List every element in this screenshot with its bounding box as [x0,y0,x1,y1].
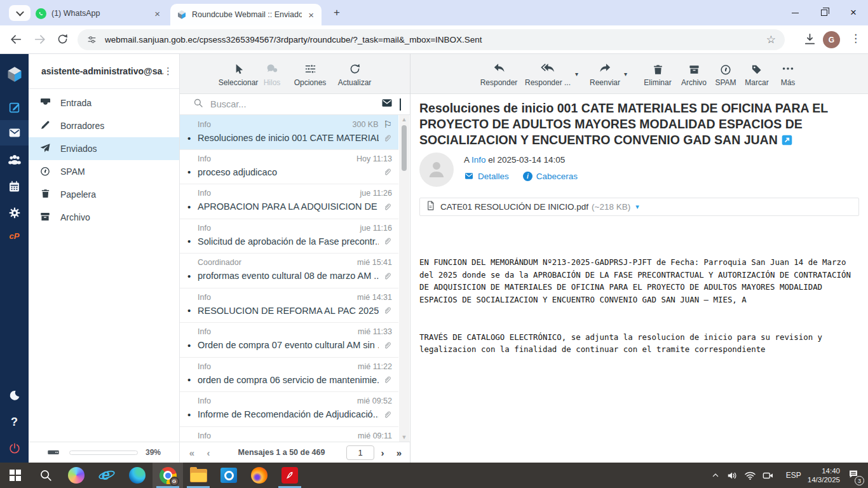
last-page-button[interactable]: » [391,447,407,458]
first-page-button[interactable]: « [184,447,200,458]
logout-button[interactable] [0,436,29,461]
list-item[interactable]: Infojue 11:26 •APROBACION PARA LA ADQUIS… [180,184,398,219]
attachment-menu-caret[interactable]: ▾ [635,203,639,211]
contacts-nav-button[interactable] [0,147,29,172]
back-button[interactable] [9,32,23,46]
notifications-button[interactable]: 3 [848,468,859,482]
reply-all-button[interactable]: Responder ... [522,59,573,87]
next-page-button[interactable]: › [374,447,391,458]
attachment-name[interactable]: CATE01 RESOLUCIÓN DE INICIO.pdf [440,202,588,212]
cpanel-button[interactable]: cP [0,223,29,248]
bookmark-star-icon[interactable]: ☆ [766,33,776,46]
settings-nav-button[interactable] [0,200,29,226]
page-number-input[interactable] [346,445,374,460]
tab-whatsapp[interactable]: (1) WhatsApp × [29,4,168,22]
search-scope-envelope-icon[interactable] [381,97,393,112]
person-icon [426,159,447,180]
taskbar-edge-button[interactable] [122,463,153,488]
sidebar-item-spam[interactable]: SPAM [29,160,179,183]
pencil-icon [39,119,51,132]
more-button[interactable]: Más [763,59,813,87]
list-item[interactable]: Coordinadormié 15:41 •proformas evento c… [180,254,398,288]
restore-button[interactable] [810,0,839,25]
sidebar-item-papelera[interactable]: Papelera [29,183,179,206]
profile-avatar[interactable]: G [823,31,840,48]
tab-title: (1) WhatsApp [51,9,148,18]
calendar-nav-button[interactable] [0,173,29,199]
flag-icon[interactable]: ⚐ [384,119,392,129]
list-item[interactable]: Infomié 11:22 •orden de compra 06 servic… [180,358,398,393]
taskbar-explorer-button[interactable] [183,463,214,488]
meet-now-button[interactable] [762,470,774,482]
list-scrollbar[interactable]: ▲ ▼ [399,115,409,442]
pagination-summary: Mensajes 1 a 50 de 469 [217,448,346,457]
compose-button[interactable] [0,95,29,120]
open-external-icon[interactable] [782,135,792,146]
taskbar-firefox-button[interactable] [244,463,275,488]
browser-menu-button[interactable]: ⋮ [850,32,861,45]
volume-button[interactable] [726,470,738,482]
list-item[interactable]: Infojue 11:16 •Solicitud de aprobación d… [180,219,398,254]
list-item[interactable]: InfoHoy 11:13 •proceso adjudicaco [180,150,398,185]
taskbar-acrobat-button[interactable] [275,463,305,488]
sidebar-item-archivo[interactable]: Archivo [29,206,179,229]
tray-expand-button[interactable] [710,470,721,480]
windows-logo-icon [10,470,21,481]
reply-button[interactable]: Responder [473,59,524,87]
list-item[interactable]: Infomié 09:11 [180,427,398,442]
site-settings-icon[interactable] [86,34,97,45]
headers-button[interactable]: i Cabeceras [523,172,578,181]
account-menu-button[interactable]: ⋮ [163,65,173,77]
forward-button[interactable] [33,32,47,46]
attachment-bar[interactable]: CATE01 RESOLUCIÓN DE INICIO.pdf (~218 KB… [419,198,859,216]
clock[interactable]: 14:40 14/3/2025 [808,466,840,484]
scroll-up-arrow[interactable]: ▲ [399,115,409,124]
close-window-button[interactable]: × [839,0,868,25]
reply-all-caret[interactable]: ▾ [575,71,578,78]
list-item[interactable]: Infomié 14:31 •RESOLUCION DE REFORMA AL … [180,288,398,323]
language-indicator[interactable]: ESP [786,471,801,480]
sidebar-item-entrada[interactable]: Entrada [29,92,179,114]
taskbar-copilot-button[interactable] [61,463,92,488]
minimize-button[interactable] [780,0,810,25]
search-input[interactable] [210,99,381,109]
dark-mode-button[interactable] [0,383,29,408]
wifi-button[interactable] [744,470,756,482]
prev-page-button[interactable]: ‹ [200,447,217,458]
downloads-button[interactable] [803,32,817,49]
sidebar-item-borradores[interactable]: Borradores [29,114,179,137]
attachment-icon [383,167,392,177]
forward-caret[interactable]: ▾ [624,71,627,78]
close-icon[interactable]: × [307,10,315,20]
threads-icon [252,59,292,76]
message-sender: Info [198,224,360,233]
list-item[interactable]: Infomié 09:52 •Informe de Recomendación … [180,392,398,427]
search-options-chevron[interactable] [400,98,401,110]
recipient-link[interactable]: Info [471,155,486,165]
list-item[interactable]: Infomié 11:33 •Orden de compra 07 evento… [180,323,398,358]
reload-button[interactable] [56,32,70,46]
address-bar[interactable]: webmail.sanjuan.gob.ec/cpsess3265394567/… [78,29,785,50]
tab-search-button[interactable] [9,5,31,21]
close-icon[interactable]: × [153,9,161,18]
options-button[interactable]: Opciones [287,59,333,87]
sidebar-item-enviados[interactable]: Enviados [29,137,179,160]
taskbar-ie-button[interactable]: e [92,463,122,488]
taskbar-outlook-button[interactable] [214,463,244,488]
forward-message-button[interactable]: Reenviar [580,59,630,87]
list-item[interactable]: Info300 KB⚐ •Resoluciones de inicio 001 … [180,115,398,150]
scrollbar-thumb[interactable] [402,125,407,171]
details-button[interactable]: Detalles [464,171,509,181]
help-button[interactable]: ? [0,409,29,435]
new-tab-button[interactable]: + [330,6,343,19]
tab-roundcube[interactable]: Roundcube Webmail :: Enviados × [170,4,322,25]
app-sidebar: cP ? [0,54,29,463]
taskbar-chrome-button[interactable]: G [153,463,183,488]
trash-icon [39,188,51,201]
refresh-button[interactable]: Actualizar [329,59,380,87]
threads-button[interactable]: Hilos [252,59,292,87]
taskbar-search-button[interactable] [31,463,61,488]
mail-nav-button[interactable] [0,120,29,146]
start-button[interactable] [0,463,31,488]
scroll-down-arrow[interactable]: ▼ [399,433,409,442]
